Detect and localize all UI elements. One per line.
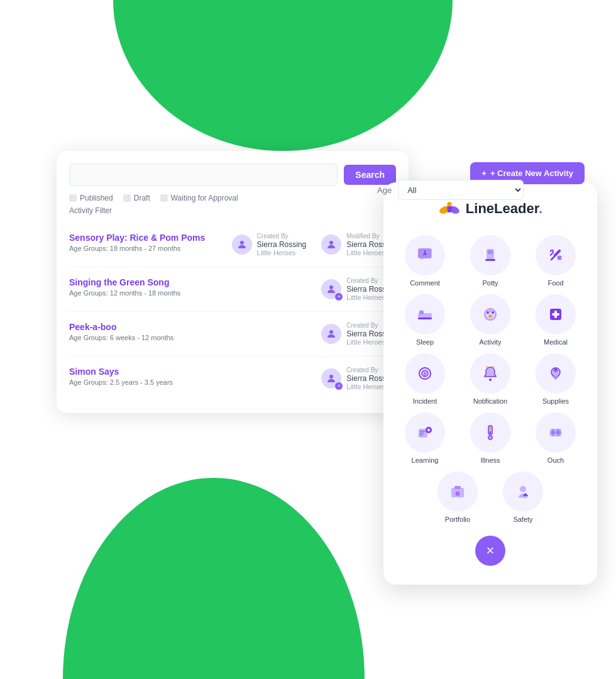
avatar-plus-icon-4: +: [335, 382, 343, 390]
portfolio-cell[interactable]: Portfolio: [437, 472, 478, 523]
avatar-1: [232, 235, 252, 255]
illness-icon: [481, 424, 499, 441]
food-icon-circle: [536, 235, 576, 275]
food-cell[interactable]: Food: [527, 235, 585, 287]
activity-item-2: Singing the Green Song Age Groups: 12 mo…: [69, 267, 396, 312]
activity-cell[interactable]: Activity: [461, 294, 519, 346]
learning-label: Learning: [412, 456, 439, 464]
plus-icon: +: [481, 168, 487, 178]
notification-label: Notification: [473, 397, 507, 405]
activity-age-2: Age Groups: 12 months - 18 months: [69, 289, 311, 297]
activity-info-4: Simon Says Age Groups: 2.5 years - 3.5 y…: [69, 367, 311, 386]
svg-rect-34: [490, 427, 492, 429]
activity-item-3: Peek-a-boo Age Groups: 6 weeks - 12 mont…: [69, 312, 396, 356]
svg-point-1: [329, 241, 333, 245]
activity-title-2[interactable]: Singing the Green Song: [69, 277, 311, 287]
svg-point-20: [492, 311, 494, 314]
safety-cell[interactable]: Safety: [503, 472, 543, 523]
created-by-block-1: Created By Sierra Rossing Little Heroes: [232, 233, 307, 257]
svg-point-4: [329, 375, 333, 378]
safety-icon: [514, 483, 532, 500]
potty-label: Potty: [482, 279, 498, 287]
supplies-cell[interactable]: Supplies: [527, 353, 585, 405]
main-activity-card: Search Published Draft Waiting for Appro…: [57, 151, 409, 413]
activity-title-1[interactable]: Sensory Play: Rice & Pom Poms: [69, 233, 222, 243]
potty-cell[interactable]: Potty: [461, 235, 519, 287]
portfolio-label: Portfolio: [445, 516, 470, 523]
svg-point-17: [419, 311, 424, 315]
close-fab: ×: [396, 536, 585, 566]
medical-icon-circle: [536, 294, 576, 334]
avatar-modified-1: [321, 235, 341, 255]
incident-cell[interactable]: ! Incident: [396, 353, 454, 405]
activity-title-4[interactable]: Simon Says: [69, 367, 311, 377]
portfolio-icon: [449, 483, 466, 500]
activity-info-3: Peek-a-boo Age Groups: 6 weeks - 12 mont…: [69, 322, 311, 341]
activity-age-1: Age Groups: 18 months - 27 months: [69, 245, 222, 252]
comment-cell[interactable]: Comment: [396, 235, 454, 287]
svg-point-8: [447, 202, 451, 206]
logo-text: LineLeader.: [466, 201, 542, 217]
food-label: Food: [547, 279, 563, 287]
svg-point-2: [329, 285, 333, 289]
waiting-dot: [160, 194, 168, 202]
age-filter-select[interactable]: All: [398, 180, 524, 200]
illness-cell[interactable]: Illness: [461, 412, 519, 464]
activity-title-3[interactable]: Peek-a-boo: [69, 322, 311, 332]
svg-rect-25: [552, 313, 559, 316]
notification-icon-circle: [470, 353, 510, 394]
comment-label: Comment: [410, 279, 440, 287]
search-row: Search: [69, 163, 396, 186]
safety-label: Safety: [513, 516, 532, 523]
published-filter[interactable]: Published: [69, 194, 113, 202]
close-button[interactable]: ×: [475, 536, 505, 566]
ouch-label: Ouch: [547, 456, 564, 464]
notification-cell[interactable]: Notification: [461, 353, 519, 405]
svg-point-0: [240, 241, 244, 245]
sleep-icon: [416, 306, 434, 323]
svg-rect-15: [418, 317, 432, 319]
create-button-label: + Create New Activity: [490, 168, 573, 178]
learning-icon: [416, 424, 434, 441]
sleep-label: Sleep: [416, 338, 434, 346]
comment-icon-circle: [405, 235, 445, 275]
avatar-2: +: [321, 279, 341, 299]
supplies-icon-circle: [536, 353, 576, 394]
icon-grid: Comment Potty Foo: [396, 235, 585, 464]
safety-icon-circle: [503, 472, 543, 512]
published-dot: [69, 194, 77, 202]
logo-area: LineLeader.: [396, 197, 585, 220]
svg-rect-39: [550, 431, 561, 434]
svg-point-3: [329, 330, 333, 334]
svg-point-42: [456, 492, 459, 495]
potty-icon-circle: [470, 235, 510, 275]
waiting-filter[interactable]: Waiting for Approval: [160, 194, 238, 202]
learning-cell[interactable]: Learning: [396, 412, 454, 464]
icon-row-2: Portfolio Safety: [396, 472, 585, 523]
ouch-cell[interactable]: Ouch: [527, 412, 585, 464]
age-filter-area: Age All: [377, 180, 524, 200]
learning-icon-circle: [405, 412, 445, 453]
svg-rect-41: [454, 486, 461, 489]
svg-point-19: [487, 311, 489, 314]
draft-filter[interactable]: Draft: [123, 194, 150, 202]
notification-icon: [481, 365, 499, 382]
svg-rect-11: [488, 250, 493, 254]
activity-filter-label: Activity Filter: [69, 206, 396, 215]
supplies-label: Supplies: [542, 397, 569, 405]
activity-icon-circle: [470, 294, 510, 334]
incident-label: Incident: [413, 397, 437, 405]
svg-point-43: [520, 486, 526, 492]
medical-cell[interactable]: Medical: [527, 294, 585, 346]
search-input[interactable]: [69, 163, 338, 186]
avatar-4: +: [321, 368, 341, 389]
activity-label: Activity: [480, 338, 502, 346]
avatar-plus-icon-2: +: [335, 293, 343, 301]
activity-age-3: Age Groups: 6 weeks - 12 months: [69, 334, 311, 341]
ouch-icon: [547, 424, 564, 441]
sleep-cell[interactable]: Sleep: [396, 294, 454, 346]
medical-label: Medical: [544, 338, 568, 346]
activity-info-2: Singing the Green Song Age Groups: 12 mo…: [69, 277, 311, 297]
sleep-icon-circle: [405, 294, 445, 334]
svg-text:!: !: [424, 371, 426, 377]
